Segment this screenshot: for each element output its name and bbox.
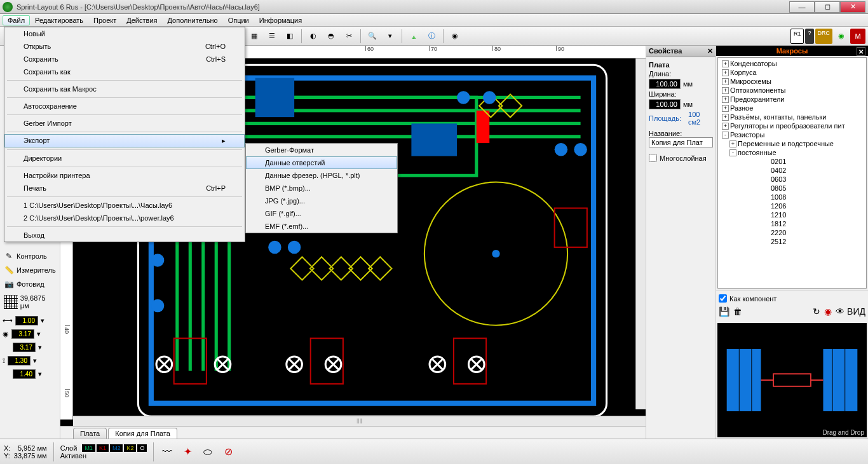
menu-item[interactable]: Директории <box>4 152 245 165</box>
menu-item[interactable]: Сохранить как Макрос <box>4 83 245 95</box>
tree-item[interactable]: +Разное <box>719 104 865 113</box>
layer-swatch[interactable]: O <box>137 444 147 452</box>
zoom-button[interactable]: 🔍 <box>365 29 380 44</box>
target-icon[interactable]: ✦ <box>180 445 194 459</box>
badge-help[interactable]: ? <box>805 29 813 44</box>
layer-swatch[interactable]: M2 <box>110 444 123 452</box>
menu-project[interactable]: Проект <box>88 15 121 25</box>
tree-item[interactable]: 2220 <box>719 228 865 237</box>
tree-item[interactable]: 1812 <box>719 219 865 228</box>
status-icon[interactable]: 〰 <box>160 445 174 459</box>
refresh-icon[interactable]: ↻ <box>813 306 820 317</box>
submenu-item[interactable]: Данные фрезер. (HPGL, *.plt) <box>246 169 397 182</box>
as-component-checkbox[interactable] <box>719 294 727 303</box>
menu-item[interactable]: Экспорт▸ <box>4 134 245 147</box>
submenu-item[interactable]: Данные отверстий <box>246 156 397 169</box>
status-icon[interactable]: ⬭ <box>201 445 215 459</box>
layer-swatch[interactable]: M1 <box>82 444 95 452</box>
tool-photo[interactable]: 📷Фотовид <box>3 278 57 290</box>
tree-item[interactable]: 2512 <box>719 237 865 246</box>
name-input[interactable] <box>649 137 713 147</box>
chevron-down-icon[interactable]: ▾ <box>41 317 44 325</box>
tree-item[interactable]: +Микросхемы <box>719 77 865 86</box>
badge-r1[interactable]: R1 <box>790 29 804 44</box>
tree-item[interactable]: 0603 <box>719 175 865 184</box>
save-icon[interactable]: 💾 <box>719 306 729 317</box>
menu-file[interactable]: Файл <box>3 15 30 25</box>
toolbar-button[interactable]: ◐ <box>306 29 321 44</box>
submenu-item[interactable]: BMP (*.bmp)... <box>246 182 397 194</box>
toolbar-button[interactable]: ◧ <box>282 29 297 44</box>
chevron-down-icon[interactable]: ▾ <box>38 370 42 378</box>
menu-edit[interactable]: Редактировать <box>30 15 88 25</box>
menu-options[interactable]: Опции <box>223 15 254 25</box>
tree-item[interactable]: +Регуляторы и преобразователи пит <box>719 121 865 130</box>
info-button[interactable]: ⓘ <box>424 29 439 44</box>
close-button[interactable]: ✕ <box>840 1 865 13</box>
menu-info[interactable]: Информация <box>254 15 307 25</box>
layer-swatch[interactable]: K1 <box>97 444 109 452</box>
value-row[interactable]: ⟷1.00▾ <box>3 316 57 325</box>
menu-item[interactable]: Новый <box>4 27 245 40</box>
toolbar-button[interactable]: ▦ <box>247 29 262 44</box>
tool-control[interactable]: ✎Контроль <box>3 250 57 263</box>
toolbar-button[interactable]: ◉ <box>834 29 849 44</box>
toolbar-button[interactable]: ◉ <box>447 29 463 44</box>
toolbar-button[interactable]: ⟁ <box>406 29 421 44</box>
tree-item[interactable]: 1008 <box>719 193 865 201</box>
submenu-item[interactable]: EMF (*.emf)... <box>246 220 397 233</box>
maximize-button[interactable]: ◻ <box>815 1 840 13</box>
tree-item[interactable]: 0805 <box>719 184 865 193</box>
layer-swatch[interactable]: K2 <box>124 444 136 452</box>
badge-drc[interactable]: DRC <box>815 29 833 44</box>
tree-item[interactable]: +Разъёмы, контакты, панельки <box>719 113 865 121</box>
menu-item[interactable]: ОткрытьCtrl+O <box>4 40 245 53</box>
toolbar-button[interactable]: ◓ <box>323 29 339 44</box>
tab-board-1[interactable]: Плата <box>73 428 107 439</box>
scrollbar-horizontal[interactable]: ⦀⦀ <box>73 416 646 426</box>
tree-item[interactable]: 1206 <box>719 201 865 210</box>
area-label[interactable]: Площадь: <box>649 114 681 122</box>
toolbar-button[interactable]: ☰ <box>264 29 280 44</box>
menu-item[interactable]: Выход <box>4 229 245 242</box>
toolbar-button[interactable]: ✂ <box>341 29 356 44</box>
record-icon[interactable]: ◉ <box>824 306 832 317</box>
menu-item[interactable]: Автосохранение <box>4 100 245 113</box>
scrollbar-vertical[interactable] <box>635 58 646 409</box>
grid-indicator[interactable]: 39,6875 µм <box>3 292 57 312</box>
submenu-item[interactable]: JPG (*.jpg)... <box>246 194 397 207</box>
tree-item[interactable]: 0402 <box>719 166 865 175</box>
tree-item[interactable]: +Переменные и подстроечные <box>719 139 865 148</box>
multilayer-checkbox[interactable] <box>649 154 657 162</box>
tree-item[interactable]: 1210 <box>719 210 865 219</box>
tree-item[interactable]: +Конденсаторы <box>719 59 865 68</box>
tool-measure[interactable]: 📏Измеритель <box>3 264 57 276</box>
tree-item[interactable]: +Предохранители <box>719 95 865 104</box>
value-row[interactable]: ⟟1.30▾ <box>3 356 57 365</box>
minimize-button[interactable]: — <box>789 1 815 13</box>
disabled-icon[interactable]: ⊘ <box>221 445 235 459</box>
submenu-item[interactable]: Gerber-Формат <box>246 144 397 156</box>
submenu-item[interactable]: GIF (*.gif)... <box>246 207 397 220</box>
macro-preview[interactable]: Drag and Drop <box>717 323 867 437</box>
tab-board-2[interactable]: Копия для Плата <box>108 428 177 439</box>
tree-item[interactable]: +Корпуса <box>719 68 865 77</box>
delete-icon[interactable]: 🗑 <box>733 306 742 317</box>
menu-item[interactable]: 2 C:\Users\User\Desktop\Проекты\...\powe… <box>4 212 245 224</box>
chevron-down-icon[interactable]: ▾ <box>38 343 42 351</box>
chevron-down-icon[interactable]: ▾ <box>33 357 37 365</box>
length-input[interactable] <box>649 79 681 89</box>
menu-actions[interactable]: Действия <box>121 15 162 25</box>
menu-item[interactable]: Сохранить как <box>4 65 245 78</box>
tree-item[interactable]: -Резисторы <box>719 130 865 139</box>
tree-item[interactable]: 0201 <box>719 157 865 166</box>
menu-extra[interactable]: Дополнительно <box>162 15 222 25</box>
menu-item[interactable]: Gerber Импорт <box>4 117 245 130</box>
tree-item[interactable]: +Оптокомпоненты <box>719 86 865 95</box>
view-icon[interactable]: 👁 ВИД <box>836 306 865 317</box>
value-row[interactable]: 3.17▾ <box>3 343 57 352</box>
close-icon[interactable]: ✕ <box>857 47 865 56</box>
toolbar-button[interactable]: M <box>850 29 865 44</box>
value-row[interactable]: 1.40▾ <box>3 369 57 379</box>
close-icon[interactable]: ✕ <box>707 47 713 55</box>
